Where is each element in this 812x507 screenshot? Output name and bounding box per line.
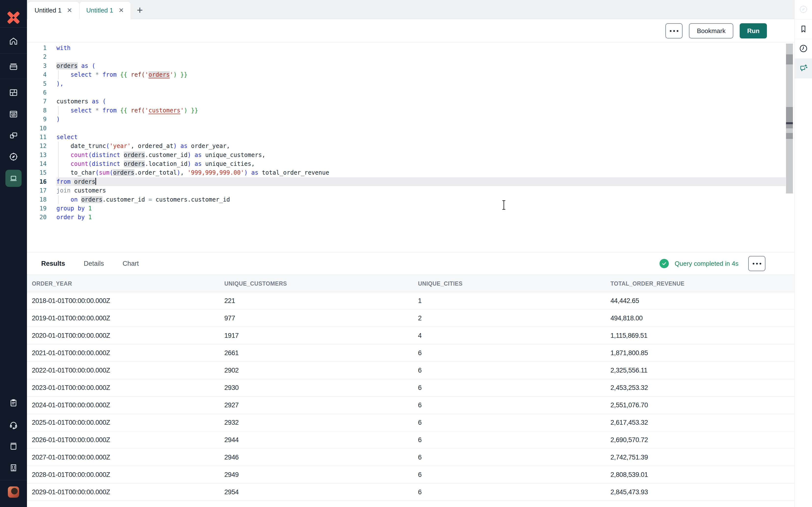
close-tab-icon[interactable]: ✕ (118, 7, 124, 14)
sidebar-item-building[interactable] (0, 457, 27, 478)
line-number: 7 (27, 97, 47, 106)
code-line-2[interactable]: 2 (27, 52, 786, 61)
sidebar-item-laptop[interactable] (0, 168, 27, 189)
code-line-17[interactable]: 17join customers (27, 186, 786, 195)
scrollbar-thumb[interactable] (786, 107, 793, 122)
column-header-order_year[interactable]: ORDER_YEAR (32, 275, 72, 292)
code-line-13[interactable]: 13 count(distinct orders.customer_id) as… (27, 151, 786, 160)
table-row[interactable]: 2018-01-01T00:00:00.000Z221144,442.65 (27, 292, 794, 309)
results-tab-details[interactable]: Details (84, 260, 104, 268)
close-tab-icon[interactable]: ✕ (67, 7, 72, 14)
table-row[interactable]: 2030-01-01T00:00:00.000Z287961,841,049.3… (27, 501, 794, 507)
results-tab-chart[interactable]: Chart (122, 260, 139, 268)
new-tab-button[interactable]: + (131, 1, 149, 19)
table-body: 2018-01-01T00:00:00.000Z221144,442.65201… (27, 292, 794, 507)
editor-toolbar: Bookmark Run (27, 19, 794, 42)
table-row[interactable]: 2024-01-01T00:00:00.000Z292762,551,076.7… (27, 397, 794, 414)
table-cell: 2932 (224, 414, 239, 431)
code-line-6[interactable]: 6 (27, 88, 786, 97)
tab-label: Untitled 1 (35, 7, 61, 14)
column-header-unique_cities[interactable]: UNIQUE_CITIES (418, 275, 463, 292)
line-number: 17 (27, 186, 47, 195)
table-header: ORDER_YEARUNIQUE_CUSTOMERSUNIQUE_CITIEST… (27, 275, 794, 292)
code-line-3[interactable]: 3orders as ( (27, 61, 786, 70)
more-options-button[interactable] (665, 23, 682, 39)
code-line-1[interactable]: 1with (27, 44, 786, 52)
table-cell: 2,617,453.32 (610, 414, 648, 431)
table-cell: 1,841,049.32 (610, 501, 648, 507)
scrollbar-thumb[interactable] (786, 133, 793, 139)
code-line-9[interactable]: 9) (27, 115, 786, 124)
right-sidebar-item-bookmark[interactable] (795, 19, 812, 39)
code-line-5[interactable]: 5), (27, 79, 786, 88)
column-header-total_order_revenue[interactable]: TOTAL_ORDER_REVENUE (610, 275, 684, 292)
sidebar-item-headset[interactable] (0, 414, 27, 436)
code-text (56, 88, 786, 97)
code-text: ) (56, 115, 786, 124)
scrollbar-cursor-marker (786, 122, 793, 124)
editor-scrollbar[interactable] (786, 44, 793, 193)
table-row[interactable]: 2020-01-01T00:00:00.000Z191741,115,869.5… (27, 327, 794, 344)
table-row[interactable]: 2023-01-01T00:00:00.000Z293062,453,253.3… (27, 379, 794, 397)
table-row[interactable]: 2022-01-01T00:00:00.000Z290262,325,556.1… (27, 362, 794, 379)
code-line-20[interactable]: 20order by 1 (27, 213, 786, 222)
table-cell: 2025-01-01T00:00:00.000Z (32, 414, 110, 431)
table-cell: 6 (418, 379, 422, 396)
code-text: to_char(sum(orders.order_total), '999,99… (56, 168, 786, 177)
table-row[interactable]: 2029-01-01T00:00:00.000Z295462,845,473.9… (27, 484, 794, 501)
clock-icon (799, 44, 808, 54)
bookmark-button[interactable]: Bookmark (689, 23, 733, 39)
code-line-12[interactable]: 12 date_trunc('year', ordered_at) as ord… (27, 142, 786, 150)
code-line-7[interactable]: 7customers as ( (27, 97, 786, 106)
right-sidebar-item-clock[interactable] (795, 39, 812, 59)
sql-editor[interactable]: 1with23orders as (4 select * from {{ ref… (27, 42, 786, 252)
sidebar-item-windows[interactable] (0, 125, 27, 146)
right-sidebar-item-compass[interactable] (795, 0, 812, 19)
code-line-15[interactable]: 15 to_char(sum(orders.order_total), '999… (27, 168, 786, 177)
column-header-unique_customers[interactable]: UNIQUE_CUSTOMERS (224, 275, 287, 292)
drawer-icon (9, 62, 18, 71)
sidebar-item-code-window[interactable] (0, 103, 27, 125)
file-tab-1[interactable]: Untitled 1✕ (28, 1, 80, 19)
ellipsis-icon (670, 30, 678, 32)
file-tab-2[interactable]: Untitled 1✕ (79, 1, 131, 19)
results-tab-results[interactable]: Results (41, 260, 65, 268)
table-cell: 2026-01-01T00:00:00.000Z (32, 431, 110, 448)
table-cell: 44,442.65 (610, 292, 639, 309)
code-line-4[interactable]: 4 select * from {{ ref('orders') }} (27, 70, 786, 79)
sidebar-item-clipboard[interactable] (0, 392, 27, 414)
line-number: 2 (27, 52, 47, 61)
code-line-19[interactable]: 19group by 1 (27, 204, 786, 213)
table-row[interactable]: 2025-01-01T00:00:00.000Z293262,617,453.3… (27, 414, 794, 431)
table-row[interactable]: 2021-01-01T00:00:00.000Z266161,871,800.8… (27, 344, 794, 362)
scrollbar-thumb[interactable] (786, 124, 793, 128)
text-caret (95, 178, 96, 185)
table-row[interactable]: 2028-01-01T00:00:00.000Z294962,808,539.0… (27, 466, 794, 484)
avatar[interactable] (8, 487, 19, 498)
scrollbar-thumb[interactable] (786, 54, 793, 64)
code-line-8[interactable]: 8 select * from {{ ref('customers') }} (27, 106, 786, 115)
sidebar-item-bricks[interactable] (0, 82, 27, 103)
table-row[interactable]: 2026-01-01T00:00:00.000Z294462,690,570.7… (27, 431, 794, 449)
table-row[interactable]: 2027-01-01T00:00:00.000Z294662,742,751.3… (27, 449, 794, 466)
table-cell: 2902 (224, 362, 239, 379)
line-number: 13 (27, 151, 47, 160)
bricks-icon (9, 88, 18, 97)
code-line-14[interactable]: 14 count(distinct orders.location_id) as… (27, 160, 786, 168)
run-button[interactable]: Run (740, 23, 767, 39)
sidebar-item-book[interactable] (0, 436, 27, 457)
results-more-button[interactable] (748, 256, 765, 271)
text-cursor-pointer (501, 200, 507, 211)
code-line-10[interactable]: 10 (27, 124, 786, 133)
code-line-16[interactable]: 16from orders (27, 177, 786, 186)
code-line-11[interactable]: 11select (27, 133, 786, 142)
table-cell: 2946 (224, 449, 239, 466)
sidebar-item-home[interactable] (0, 31, 27, 52)
code-line-18[interactable]: 18 on orders.customer_id = customers.cus… (27, 195, 786, 204)
sidebar-item-logo[interactable] (0, 7, 27, 29)
right-sidebar-item-ai-chat[interactable] (795, 59, 812, 78)
sidebar-item-compass[interactable] (0, 146, 27, 168)
table-cell: 2018-01-01T00:00:00.000Z (32, 292, 110, 309)
table-row[interactable]: 2019-01-01T00:00:00.000Z9772494,818.00 (27, 309, 794, 327)
sidebar-item-drawer[interactable] (0, 56, 27, 77)
